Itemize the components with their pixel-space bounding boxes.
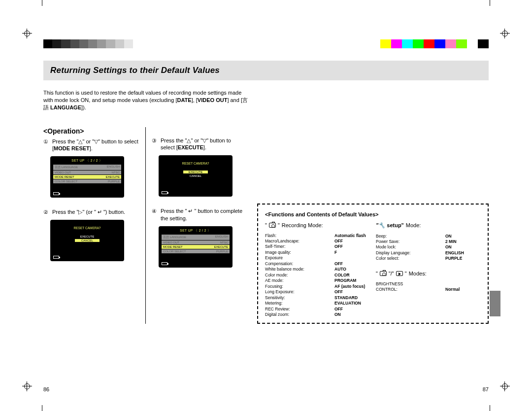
spread: Returning Settings to their Default Valu… [43, 39, 489, 392]
step-2: ② Press the "▷" (or " ↵ ") button. [43, 208, 140, 216]
playback-icon [396, 271, 403, 276]
defaults-heading: <Functions and Contents of Default Value… [265, 211, 481, 217]
page-number-left: 86 [43, 386, 49, 392]
lcd-screenshot-1: SET UP 〈 2 / 2 〉言語 LANGUAGEENGLISHVIDEO … [50, 156, 124, 198]
step-4: ④ Press the " ↵ " button to complete the… [152, 207, 243, 222]
setup-defaults: Beep:ONPower Save:2 MINMode lock:ONDispl… [376, 234, 481, 262]
both-modes-title: ""/"" Modes: [376, 271, 481, 276]
section-title-bar: Returning Settings to their Default Valu… [43, 61, 489, 80]
lcd-screenshot-3: RESET CAMERA? EXECUTE CANCEL [159, 155, 233, 197]
intro-text: This function is used to restore the def… [43, 89, 250, 111]
camera-icon [380, 271, 387, 276]
color-bars [43, 39, 489, 48]
both-defaults: BRIGHTNESSCONTROL:Normal [376, 281, 481, 293]
step-1: ① Press the "△" or "▽" button to select … [43, 138, 140, 153]
setup-mode-title: "🔧 setup" Mode: [376, 222, 481, 229]
recording-defaults: Flash:Automatic flashMacro/Landscape:OFF… [265, 233, 370, 318]
lcd-screenshot-2: RESET CAMERA? EXECUTE CANCEL [50, 220, 124, 261]
lcd-screenshot-4: SET UP 〈 2 / 2 〉言語 LANGUAGEENGLISHVIDEO … [159, 226, 233, 268]
operation-heading: <Operation> [43, 127, 140, 135]
recording-mode-title: "" Recording Mode: [265, 222, 370, 228]
camera-icon [269, 223, 276, 228]
thumb-tab [490, 291, 500, 316]
section-title: Returning Settings to their Default Valu… [50, 66, 482, 75]
page-number-right: 87 [483, 386, 489, 392]
step-3: ③ Press the "△" or "▽" button to select … [152, 137, 243, 152]
defaults-box: <Functions and Contents of Default Value… [257, 204, 489, 324]
